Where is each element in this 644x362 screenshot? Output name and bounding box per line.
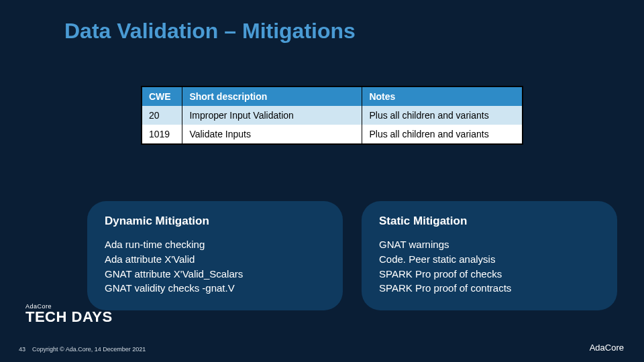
mitigation-cards: Dynamic Mitigation Ada run-time checking… xyxy=(87,201,617,310)
dynamic-mitigation-card: Dynamic Mitigation Ada run-time checking… xyxy=(87,201,343,310)
cwe-table: CWE Short description Notes 20 Improper … xyxy=(141,86,523,145)
table-row: 20 Improper Input Validation Plus all ch… xyxy=(142,106,522,125)
cell-desc: Improper Input Validation xyxy=(182,106,362,125)
cell-cwe: 1019 xyxy=(142,125,182,143)
table-header-row: CWE Short description Notes xyxy=(142,87,522,106)
static-mitigation-card: Static Mitigation GNAT warnings Code. Pe… xyxy=(362,201,617,310)
card-title-dynamic: Dynamic Mitigation xyxy=(105,215,325,228)
cell-desc: Validate Inputs xyxy=(182,125,362,143)
cell-notes: Plus all children and variants xyxy=(362,125,522,143)
card-title-static: Static Mitigation xyxy=(379,215,600,228)
adacore-logo: AdaCore xyxy=(590,343,624,353)
slide-title: Data Validation – Mitigations xyxy=(64,19,356,44)
brand-right: AdaCore xyxy=(590,343,624,353)
table-row: 1019 Validate Inputs Plus all children a… xyxy=(142,125,522,143)
card-line: SPARK Pro proof of contracts xyxy=(379,281,600,296)
card-line: GNAT validity checks -gnat.V xyxy=(105,281,325,296)
cell-cwe: 20 xyxy=(142,106,182,125)
col-header-desc: Short description xyxy=(182,87,362,106)
brand-big2: DAYS xyxy=(72,308,113,325)
copyright-text: Copyright © Ada.Core, 14 December 2021 xyxy=(32,346,146,353)
col-header-notes: Notes xyxy=(362,87,522,106)
footer: 43 Copyright © Ada.Core, 14 December 202… xyxy=(19,346,146,353)
card-line: Ada attribute X'Valid xyxy=(105,252,325,267)
page-number: 43 xyxy=(19,346,25,353)
card-line: GNAT warnings xyxy=(379,237,600,252)
techdays-logo: AdaCore TECH DAYS xyxy=(25,304,113,324)
col-header-cwe: CWE xyxy=(142,87,182,106)
card-line: GNAT attribute X'Valid_Scalars xyxy=(105,267,325,282)
card-line: Code. Peer static analysis xyxy=(379,252,600,267)
card-line: SPARK Pro proof of checks xyxy=(379,267,600,282)
card-line: Ada run-time checking xyxy=(105,237,325,252)
brand-big1: TECH xyxy=(25,308,67,325)
cell-notes: Plus all children and variants xyxy=(362,106,522,125)
